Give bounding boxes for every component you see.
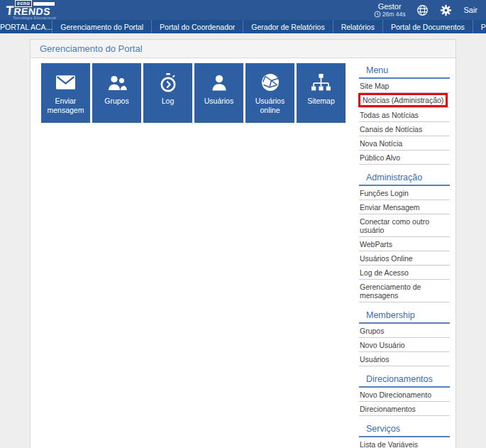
sidebar-section-title: Menu — [359, 63, 450, 79]
sidebar-item-publico-alvo[interactable]: Público Alvo — [359, 151, 450, 165]
user-icon — [211, 72, 228, 92]
sidebar-item-nova-noticia[interactable]: Nova Notícia — [359, 136, 450, 151]
sidebar-item-site-map[interactable]: Site Map — [359, 79, 450, 93]
sidebar-item-usuarios-online[interactable]: Usuários Online — [359, 251, 450, 266]
nav-tab-gerenciamento-do-portal[interactable]: Gerenciamento do Portal — [52, 20, 151, 33]
globe-sphere-icon — [261, 72, 280, 92]
nav-tab-relatorios[interactable]: Relatórios — [333, 20, 382, 33]
logout-button[interactable]: Sair — [463, 6, 477, 14]
user-name: Gestor — [374, 2, 406, 11]
sidebar-section-menu: Menu Site MapNotícias (Administração)Tod… — [359, 63, 450, 165]
sidebar-section-title: Direcionamentos — [359, 372, 450, 388]
logo-main-text: TRENDS — [5, 7, 57, 16]
tile-enviar-mensagem[interactable]: Enviar mensagem — [41, 63, 90, 123]
tile-grupos[interactable]: Grupos — [92, 63, 141, 123]
tile-usuarios-online[interactable]: Usuários online — [245, 63, 294, 123]
user-menu[interactable]: Gestor 26m 44s — [374, 2, 406, 18]
clock-icon — [374, 11, 381, 18]
sidebar-section-title: Administração — [359, 170, 450, 186]
stopwatch-icon — [160, 72, 177, 92]
sidebar-item-usuarios[interactable]: Usuários — [359, 352, 450, 366]
sidebar-item-todas-as-noticias[interactable]: Todas as Notícias — [359, 108, 450, 122]
session-timer: 26m 44s — [382, 11, 406, 18]
group-icon — [107, 72, 127, 92]
sidebar-item-grupos[interactable]: Grupos — [359, 324, 450, 338]
sidebar-item-novo-usuario[interactable]: Novo Usuário — [359, 338, 450, 352]
sidebar-section-title: Serviços — [359, 422, 450, 437]
globe-icon[interactable] — [416, 4, 429, 16]
page-title: Gerenciamento do Portal — [31, 40, 455, 58]
sidebar-item-novo-direcionamento[interactable]: Novo Direcionamento — [359, 388, 450, 402]
nav-tab-portal-de-documen[interactable]: Portal de Documen — [473, 20, 486, 33]
nav-tab-gerador-de-relatorios[interactable]: Gerador de Relatórios — [243, 20, 332, 33]
portal-tabs: PORTAL ACA...Gerenciamento do PortalPort… — [0, 20, 486, 33]
sidebar-section-direcionamentos: Direcionamentos Novo DirecionamentoDirec… — [359, 372, 450, 416]
sitemap-icon — [311, 72, 331, 92]
sidebar-item-funcoes-login[interactable]: Funções Login — [359, 186, 450, 200]
sidebar-item-enviar-mensagem[interactable]: Enviar Mensagem — [359, 200, 450, 214]
tile-log[interactable]: Log — [143, 63, 192, 123]
sidebar-section-membership: Membership GruposNovo UsuárioUsuários — [359, 308, 450, 366]
sidebar-section-administracao: Administração Funções LoginEnviar Mensag… — [359, 170, 450, 302]
sidebar-item-noticias-administracao-highlighted[interactable]: Notícias (Administração) — [359, 93, 450, 108]
sidebar-item-canais-de-noticias[interactable]: Canais de Notícias — [359, 122, 450, 136]
sidebar-item-log-de-acesso[interactable]: Log de Acesso — [359, 266, 450, 280]
sidebar-item-lista-de-variaveis[interactable]: Lista de Variáveis — [359, 437, 450, 448]
gear-icon[interactable] — [440, 4, 452, 16]
tile-sitemap[interactable]: Sitemap — [297, 63, 346, 123]
tile-usuarios[interactable]: Usuários — [194, 63, 243, 123]
sidebar-item-conectar-como-outro-usuario[interactable]: Conectar como outro usuário — [359, 214, 450, 237]
content-panel: Gerenciamento do Portal Enviar mensagem … — [30, 39, 456, 448]
envelope-icon — [56, 72, 75, 92]
sidebar-item-gerenciamento-de-mensagens[interactable]: Gerenciamento de mensagens — [359, 280, 450, 302]
app-header: ecno TRENDS Tecnologia Educacional Gesto… — [0, 0, 486, 20]
tile-grid: Enviar mensagem Grupos Log Usuários Usuá… — [41, 63, 346, 448]
logo-bar — [33, 2, 55, 6]
sidebar-section-servicos: Serviços Lista de VariáveisNova Variável… — [359, 422, 450, 448]
sidebar-item-webparts[interactable]: WebParts — [359, 237, 450, 251]
sidebar-item-direcionamentos[interactable]: Direcionamentos — [359, 402, 450, 416]
sidebar-section-title: Membership — [359, 308, 450, 324]
nav-tab-portal-aca[interactable]: PORTAL ACA... — [0, 20, 52, 33]
nav-tab-portal-do-coordenador[interactable]: Portal do Coordenador — [151, 20, 243, 33]
sidebar-menu: Menu Site MapNotícias (Administração)Tod… — [359, 63, 450, 448]
tecnotrends-logo: ecno TRENDS Tecnologia Educacional — [6, 0, 56, 20]
nav-tab-portal-de-documentos[interactable]: Portal de Documentos — [382, 20, 473, 33]
